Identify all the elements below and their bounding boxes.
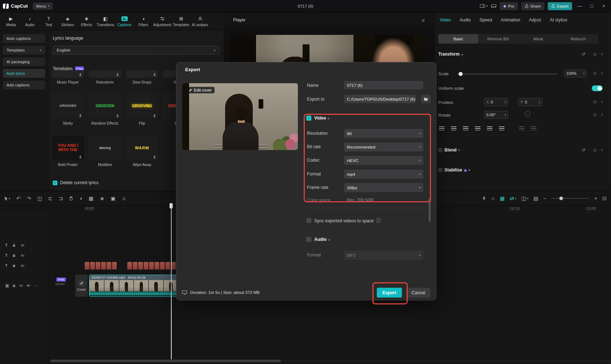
ribbon-transitions[interactable]: ◧Transitions bbox=[96, 16, 115, 27]
audio-checkbox[interactable] bbox=[306, 237, 311, 242]
split-view-button[interactable]: ◫▾ bbox=[521, 195, 528, 201]
sidebar-item-templates[interactable]: Templates▾ bbox=[3, 46, 45, 54]
lyric-clip[interactable] bbox=[107, 262, 111, 270]
bitrate-select[interactable]: Recommended▾ bbox=[344, 142, 423, 151]
lyric-clip[interactable] bbox=[160, 262, 165, 270]
timeline-video-clip[interactable]: 20250717-103355.mp4 00:01:04:29 bbox=[89, 275, 179, 297]
close-button[interactable]: × bbox=[599, 0, 608, 12]
download-icon[interactable] bbox=[116, 73, 119, 76]
lyric-clip[interactable] bbox=[144, 262, 148, 270]
edit-cover-button[interactable]: Edit cover bbox=[186, 87, 215, 93]
ribbon-templates[interactable]: ⊞Templates bbox=[172, 16, 191, 27]
keyframe-diamond-icon[interactable]: ◇ bbox=[593, 99, 596, 104]
reset-icon[interactable]: ↺ bbox=[582, 52, 585, 57]
freeze-frame-button[interactable]: ▣ bbox=[111, 195, 115, 201]
clip-cover-button[interactable]: Cover bbox=[75, 275, 88, 297]
magnet-snap-button[interactable]: ∩ bbox=[491, 195, 495, 201]
lock-icon[interactable] bbox=[12, 284, 16, 287]
tab-audio[interactable]: Audio bbox=[459, 17, 471, 23]
ribbon-text[interactable]: TText bbox=[39, 16, 58, 27]
template-card[interactable]: GROOVEN Slinky bbox=[52, 93, 84, 125]
sidebar-item-ai-packaging[interactable]: AI packaging bbox=[3, 57, 45, 66]
expand-arrow-icon[interactable]: › bbox=[601, 52, 603, 57]
lock-icon[interactable] bbox=[12, 243, 16, 247]
scale-slider[interactable] bbox=[457, 74, 558, 74]
keyframe-diamond-icon[interactable]: ◇ bbox=[593, 52, 596, 57]
resolution-select[interactable]: 8K▾ bbox=[344, 129, 423, 138]
zoom-slider-knob[interactable] bbox=[559, 197, 563, 200]
sync-checkbox[interactable] bbox=[306, 218, 311, 223]
show-frames-button[interactable]: ▤ bbox=[534, 195, 538, 201]
ai-effect-button[interactable]: ∗ bbox=[100, 195, 104, 202]
framerate-select[interactable]: 30fps▾ bbox=[344, 183, 423, 192]
timeline-hscrollbar[interactable] bbox=[48, 360, 611, 362]
template-card[interactable]: Music Player bbox=[52, 70, 84, 84]
checkbox-checked-icon[interactable]: ✓ bbox=[53, 181, 57, 185]
subtab-mask[interactable]: Mask bbox=[518, 34, 558, 44]
download-icon[interactable] bbox=[153, 114, 156, 117]
ribbon-effects[interactable]: ∗Effects bbox=[77, 16, 96, 27]
blend-section-header[interactable]: Blend▾ bbox=[438, 147, 460, 153]
template-card[interactable]: WARM Wipe Away bbox=[126, 136, 158, 167]
lyric-clip[interactable] bbox=[112, 262, 117, 270]
subtab-basic[interactable]: Basic bbox=[438, 34, 478, 44]
timeline-zoom-slider[interactable] bbox=[551, 198, 589, 199]
template-card[interactable]: dancing Multiline bbox=[89, 136, 121, 167]
tab-ai-stylize[interactable]: AI stylize bbox=[550, 17, 567, 23]
export-path-input[interactable]: C:/Users/TOPGUS/Desktop/0717 (6).... bbox=[344, 95, 416, 103]
keyframe-diamond-icon[interactable]: ◇ bbox=[593, 147, 596, 153]
stepper-icon[interactable]: ▴▾ bbox=[505, 100, 506, 104]
delete-current-lyrics[interactable]: ✓ Delete current lyrics bbox=[53, 180, 99, 185]
template-clip[interactable] bbox=[55, 283, 65, 285]
stepper-icon[interactable]: ▴▾ bbox=[505, 113, 506, 117]
ribbon-captions[interactable]: Captions bbox=[115, 16, 134, 27]
ribbon-stickers[interactable]: ◈Stickers bbox=[58, 16, 77, 27]
lock-icon[interactable] bbox=[12, 254, 16, 257]
expand-arrow-icon[interactable]: › bbox=[601, 112, 603, 117]
rotate-field[interactable]: 0.00°▴▾ bbox=[484, 111, 508, 119]
record-voiceover-button[interactable] bbox=[482, 196, 486, 201]
playhead-handle[interactable] bbox=[169, 203, 173, 209]
uniform-scale-toggle[interactable] bbox=[592, 85, 603, 91]
subtab-retouch[interactable]: Retouch bbox=[558, 34, 598, 44]
sidebar-item-add-captions[interactable]: Add captions bbox=[3, 81, 45, 89]
scale-slider-knob[interactable] bbox=[459, 72, 463, 76]
download-icon[interactable] bbox=[153, 155, 156, 159]
align-bottom-icon[interactable] bbox=[499, 126, 504, 130]
info-icon[interactable]: ? bbox=[376, 218, 381, 223]
template-card[interactable]: Rainstorm bbox=[89, 70, 121, 84]
lock-icon[interactable] bbox=[12, 264, 16, 267]
expand-arrow-icon[interactable]: › bbox=[601, 147, 603, 153]
download-icon[interactable] bbox=[116, 114, 119, 117]
lyric-clip[interactable] bbox=[149, 262, 154, 270]
codec-select[interactable]: HEVC▾ bbox=[344, 156, 423, 165]
fit-timeline-button[interactable]: ⊡ bbox=[602, 195, 607, 201]
scale-value-box[interactable]: 100%▴▾ bbox=[564, 69, 587, 77]
align-right-icon[interactable] bbox=[463, 126, 468, 130]
mask-button[interactable]: ◖ bbox=[79, 195, 82, 201]
link-preview-button[interactable]: ▦ bbox=[500, 195, 504, 201]
lyric-clip[interactable] bbox=[96, 262, 100, 270]
position-y-field[interactable]: Y0 ▴▾ bbox=[518, 98, 542, 106]
player-menu-icon[interactable]: ≡ bbox=[422, 17, 425, 23]
lyric-clip[interactable] bbox=[165, 262, 170, 270]
lyric-clip[interactable] bbox=[155, 262, 159, 270]
lyric-clip[interactable] bbox=[171, 262, 176, 270]
template-card[interactable]: Dew Drops bbox=[126, 70, 158, 84]
align-top-icon[interactable] bbox=[475, 126, 480, 130]
lyric-clip[interactable] bbox=[133, 262, 137, 270]
browse-folder-button[interactable] bbox=[421, 95, 431, 103]
playhead-line[interactable] bbox=[171, 203, 172, 359]
export-confirm-button[interactable]: Export bbox=[377, 288, 402, 298]
sidebar-item-auto-captions[interactable]: Auto captions bbox=[3, 34, 45, 43]
align-center-icon[interactable] bbox=[451, 126, 456, 130]
delete-button[interactable] bbox=[69, 196, 73, 201]
lyric-clip[interactable] bbox=[127, 262, 132, 270]
download-icon[interactable] bbox=[79, 114, 82, 117]
template-card[interactable]: GROOVEN Random Effects bbox=[89, 93, 121, 125]
export-button-top[interactable]: Export bbox=[548, 2, 572, 10]
keyframe-diamond-icon[interactable]: ◇ bbox=[593, 70, 596, 76]
cancel-button[interactable]: Cancel bbox=[407, 288, 430, 298]
display-settings-button[interactable]: ▾ bbox=[480, 4, 488, 8]
ribbon-adjustment[interactable]: Adjustment bbox=[153, 16, 172, 27]
